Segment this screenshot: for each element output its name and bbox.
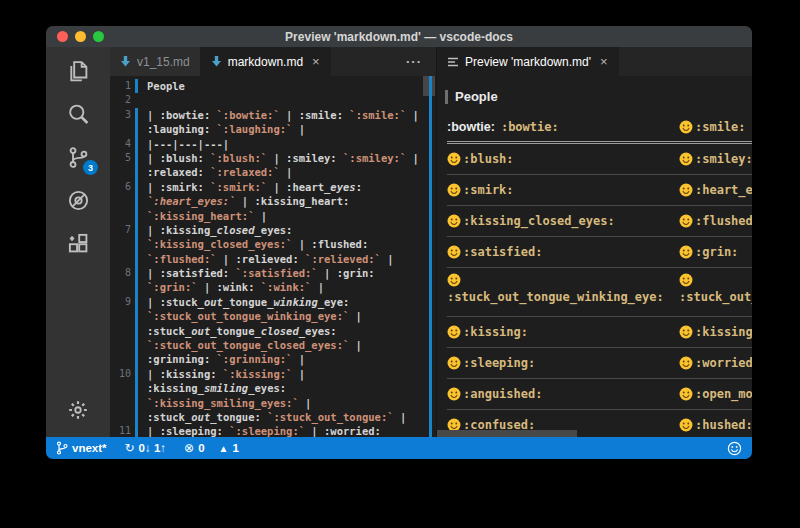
tab-preview-markdown-md[interactable]: Preview 'markdown.md' × (437, 47, 619, 76)
editor-line[interactable]: `:heart_eyes:` | :kissing_heart: (110, 194, 436, 208)
line-text: `:heart_eyes:` | :kissing_heart: (147, 194, 349, 208)
emoji-icon (679, 183, 693, 197)
emoji-icon (447, 273, 461, 287)
editor-line[interactable]: 2 (110, 93, 436, 107)
editor-line[interactable]: 11| :sleeping: `:sleeping:` | :worried: (110, 424, 436, 437)
title-bar[interactable]: Preview 'markdown.md' — vscode-docs (46, 26, 752, 47)
tab-label: markdown.md (228, 55, 303, 69)
tab-label: Preview 'markdown.md' (465, 55, 591, 69)
preview-table-header: :bowtie::bowtie::smile: (447, 112, 752, 144)
editor-line[interactable]: :relaxed: `:relaxed:` | (110, 165, 436, 179)
editor-line[interactable]: `:kissing_closed_eyes:` | :flushed: (110, 237, 436, 251)
line-number: 3 (110, 108, 131, 122)
editor-line[interactable]: 4|---|---|---| (110, 137, 436, 151)
preview-horizontal-scrollbar-thumb[interactable] (437, 430, 577, 437)
modified-line-marker (135, 237, 138, 251)
git-branch-status[interactable]: vnext* (56, 441, 107, 455)
editor-line[interactable]: :grinning: `:grinning:` | (110, 352, 436, 366)
preview-table-row: :blush::smiley: (447, 144, 752, 175)
emoji-icon (679, 245, 693, 259)
explorer-icon[interactable] (46, 50, 110, 93)
preview-table-row: :sleeping::worried: (447, 348, 752, 379)
vscode-window: Preview 'markdown.md' — vscode-docs (46, 26, 752, 459)
emoji-icon (447, 387, 461, 401)
modified-line-marker (135, 79, 138, 93)
emoji-icon (447, 356, 461, 370)
close-tab-icon[interactable]: × (600, 54, 608, 69)
tab-markdown-md[interactable]: markdown.md × (201, 47, 331, 76)
preview-table-row: :anguished::open_mouth: (447, 379, 752, 410)
editor-line[interactable]: `:stuck_out_tongue_closed_eyes:` | (110, 338, 436, 352)
editor-line[interactable]: :laughing: `:laughing:` | (110, 122, 436, 136)
tab-v1_15-md[interactable]: v1_15.md (110, 47, 201, 76)
editor[interactable]: 1People23| :bowtie: `:bowtie:` | :smile:… (110, 76, 436, 437)
feedback-smiley-icon[interactable] (727, 441, 742, 456)
status-bar: vnext* ↻ 0↓ 1↑ ⊗ 0 ▲ 1 (46, 437, 752, 459)
line-text: :stuck_out_tongue_closed_eyes: (147, 324, 337, 338)
modified-line-marker (135, 108, 138, 122)
editor-line[interactable]: 9| :stuck_out_tongue_winking_eye: (110, 295, 436, 309)
editor-line[interactable]: 10| :kissing: `:kissing:` | (110, 367, 436, 381)
line-number (110, 410, 131, 424)
line-text: `:stuck_out_tongue_closed_eyes:` | (147, 338, 362, 352)
editor-line[interactable]: `:kissing_smiling_eyes:` | (110, 396, 436, 410)
sync-icon: ↻ (125, 441, 135, 455)
extensions-icon[interactable] (46, 222, 110, 265)
line-text: `:kissing_heart:` | (147, 209, 267, 223)
line-number (110, 194, 131, 208)
editor-line[interactable]: :stuck_out_tongue: `:stuck_out_tongue:` … (110, 410, 436, 424)
modified-lines-overview-ruler (429, 76, 432, 437)
traffic-lights (57, 31, 104, 42)
line-number: 11 (110, 424, 131, 437)
problems-status[interactable]: ⊗ 0 ▲ 1 (184, 441, 239, 455)
line-number (110, 381, 131, 395)
preview-table-row: :satisfied::grin: (447, 237, 752, 268)
editor-line[interactable]: 5| :blush: `:blush:` | :smiley: `:smiley… (110, 151, 436, 165)
editor-line[interactable]: `:kissing_heart:` | (110, 209, 436, 223)
editor-line[interactable]: :stuck_out_tongue_closed_eyes: (110, 324, 436, 338)
line-text: | :blush: `:blush:` | :smiley: `:smiley:… (147, 151, 419, 165)
debug-icon[interactable] (46, 179, 110, 222)
line-text: :relaxed: `:relaxed:` | (147, 165, 292, 179)
line-text: `:stuck_out_tongue_winking_eye:` | (147, 309, 362, 323)
line-text: :stuck_out_tongue: `:stuck_out_tongue:` … (147, 410, 406, 424)
line-text: | :satisfied: `:satisfied:` | :grin: (147, 266, 375, 280)
close-window-button[interactable] (57, 31, 68, 42)
modified-line-marker (135, 295, 138, 309)
editor-line[interactable]: :kissing_smiling_eyes: (110, 381, 436, 395)
editor-line[interactable]: 8| :satisfied: `:satisfied:` | :grin: (110, 266, 436, 280)
preview-lines-icon (447, 57, 459, 67)
sync-status[interactable]: ↻ 0↓ 1↑ (125, 441, 167, 455)
line-number (110, 396, 131, 410)
editor-line[interactable]: `:flushed:` | :relieved: `:relieved:` | (110, 252, 436, 266)
editor-line[interactable]: `:grin:` | :wink: `:wink:` | (110, 280, 436, 294)
source-control-icon[interactable]: 3 (46, 136, 110, 179)
preview-table-row: :smirk::heart_eyes: (447, 175, 752, 206)
modified-line-marker (135, 309, 138, 323)
search-icon[interactable] (46, 93, 110, 136)
heading-text: People (455, 89, 498, 104)
settings-gear-icon[interactable] (46, 388, 110, 431)
modified-line-marker (135, 396, 138, 410)
editor-line[interactable]: `:stuck_out_tongue_winking_eye:` | (110, 309, 436, 323)
git-branch-icon (56, 441, 68, 455)
source-control-badge: 3 (83, 160, 98, 175)
editor-line[interactable]: 7| :kissing_closed_eyes: (110, 223, 436, 237)
editor-line[interactable]: 1People (110, 79, 436, 93)
zoom-window-button[interactable] (93, 31, 104, 42)
close-tab-icon[interactable]: × (312, 54, 320, 69)
preview-table-row: :stuck_out_tongue_winking_eye::stuck_out… (447, 268, 752, 317)
line-text: :laughing: `:laughing:` | (147, 122, 305, 136)
emoji-icon (679, 120, 693, 134)
markdown-file-icon (120, 56, 131, 68)
editor-scrollbar[interactable] (422, 76, 436, 437)
line-number (110, 352, 131, 366)
editor-line[interactable]: 3| :bowtie: `:bowtie:` | :smile: `:smile… (110, 108, 436, 122)
sync-counts: 0↓ 1↑ (139, 442, 167, 454)
editor-group: v1_15.md markdown.md × ··· 1People23| :b… (110, 47, 436, 437)
emoji-icon (679, 418, 693, 432)
editor-line[interactable]: 6| :smirk: `:smirk:` | :heart_eyes: (110, 180, 436, 194)
editor-more-actions-icon[interactable]: ··· (406, 54, 422, 69)
minimize-window-button[interactable] (75, 31, 86, 42)
editor-tab-bar: v1_15.md markdown.md × ··· (110, 47, 436, 76)
